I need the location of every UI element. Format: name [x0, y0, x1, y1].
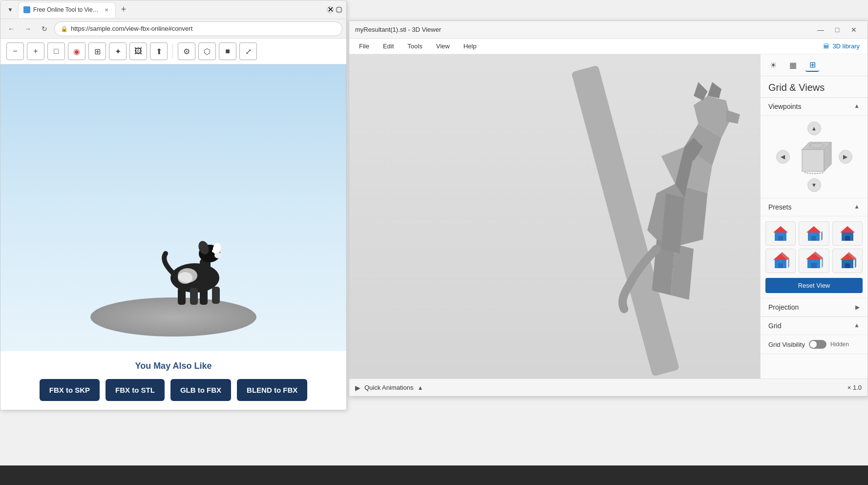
viewpoints-section-header[interactable]: Viewpoints ▼: [761, 98, 868, 116]
glb-to-fbx-btn[interactable]: GLB to FBX: [170, 379, 231, 401]
svg-marker-36: [821, 231, 823, 241]
preset-item-2[interactable]: [799, 221, 829, 246]
vp-right-arrow[interactable]: ▶: [839, 150, 852, 164]
address-bar[interactable]: 🔒 https://sample.com/view-fbx-online#con…: [54, 21, 342, 36]
forward-btn[interactable]: →: [21, 22, 35, 36]
grid-views-panel-icon[interactable]: ⊞: [805, 58, 819, 72]
browser-content: − + □ ◉ ⊞ ✦ 🖼 ⬆ ⚙ ⬡ ■ ⤢: [0, 39, 346, 410]
back-btn[interactable]: ←: [4, 22, 18, 36]
viewer-bottom-bar: ▶ Quick Animations ▲ × 1.0: [349, 379, 868, 396]
vp-up-arrow[interactable]: ▲: [807, 122, 821, 135]
viewer-window-title: myResultant(1).stl - 3D Viewer: [355, 26, 813, 33]
svg-marker-43: [788, 258, 789, 268]
tab-close-btn[interactable]: ✕: [103, 6, 110, 14]
color-btn[interactable]: ◉: [68, 42, 85, 60]
svg-marker-18: [726, 110, 740, 124]
grid-visibility-label: Grid Visibility: [768, 341, 805, 348]
svg-point-12: [178, 272, 192, 284]
viewer-minimize-btn[interactable]: —: [813, 23, 828, 37]
fbx-to-stl-btn[interactable]: FBX to STL: [106, 379, 165, 401]
also-like-section: You May Also Like FBX to SKP FBX to STL …: [0, 351, 346, 410]
grid-hidden-label: Hidden: [830, 341, 849, 348]
also-like-title: You May Also Like: [135, 361, 212, 371]
light-btn[interactable]: ✦: [109, 42, 127, 60]
sun-panel-icon[interactable]: ☀: [766, 58, 780, 72]
frame-btn[interactable]: □: [47, 42, 65, 60]
presets-content: Reset View: [761, 216, 868, 298]
preset-item-1[interactable]: [765, 221, 796, 246]
view-cube[interactable]: [795, 137, 834, 176]
svg-marker-37: [840, 226, 855, 232]
grid-section: Grid ▼ Grid Visibility Hidden: [761, 317, 868, 354]
preset-item-5[interactable]: [799, 249, 829, 273]
zoom-out-btn[interactable]: −: [6, 42, 24, 60]
preset-item-3[interactable]: [832, 221, 863, 246]
preset-item-6[interactable]: [832, 249, 863, 273]
svg-point-5: [212, 250, 215, 253]
house-icon-6: [838, 251, 857, 271]
3d-scene-container[interactable]: [0, 64, 346, 351]
tab-title: Free Online Tool to View 3D F8...: [33, 6, 100, 13]
blend-to-fbx-btn[interactable]: BLEND to FBX: [237, 379, 307, 401]
browser-maximize-btn[interactable]: □: [336, 6, 342, 13]
grid-visibility-row: Grid Visibility Hidden: [768, 340, 860, 349]
refresh-btn[interactable]: ↻: [38, 22, 51, 36]
menu-view[interactable]: View: [430, 41, 456, 52]
library-btn[interactable]: 🏛 3D library: [819, 41, 864, 52]
preset-item-4[interactable]: [765, 249, 796, 273]
grid-section-header[interactable]: Grid ▼: [761, 317, 868, 335]
grid2-panel-icon[interactable]: ▦: [786, 58, 800, 72]
viewer-maximize-btn[interactable]: □: [829, 23, 845, 37]
menu-edit[interactable]: Edit: [377, 41, 400, 52]
tab-favicon-icon: [23, 6, 30, 13]
toolbar-separator: [172, 44, 173, 59]
grid-visibility-toggle[interactable]: [809, 340, 826, 349]
viewer-close-btn[interactable]: ✕: [846, 23, 862, 37]
grid-label: Grid: [768, 322, 854, 330]
library-label: 3D library: [832, 42, 860, 50]
menu-file[interactable]: File: [353, 41, 375, 52]
svg-rect-35: [811, 236, 816, 241]
new-tab-btn[interactable]: +: [117, 3, 130, 17]
address-text: https://sample.com/view-fbx-online#conve…: [71, 25, 192, 32]
house-icon-2: [804, 224, 824, 243]
projection-section-header[interactable]: Projection ▶: [761, 298, 868, 316]
browser-titlebar: ▼ Free Online Tool to View 3D F8... ✕ + …: [0, 0, 346, 19]
viewer-toolbar: − + □ ◉ ⊞ ✦ 🖼 ⬆ ⚙ ⬡ ■ ⤢: [0, 39, 346, 64]
viewer-menubar: File Edit Tools View Help 🏛 3D library: [349, 39, 868, 54]
house-icon-4: [771, 251, 790, 271]
panel-section-title: Grid & Views: [761, 76, 868, 98]
svg-rect-8: [190, 288, 198, 305]
svg-marker-20: [708, 82, 721, 98]
menu-tools[interactable]: Tools: [402, 41, 428, 52]
grid-btn[interactable]: ⊞: [88, 42, 106, 60]
fullscreen-btn[interactable]: ⤢: [239, 42, 257, 60]
zoom-in-btn[interactable]: +: [27, 42, 44, 60]
vp-left-arrow[interactable]: ◀: [776, 150, 790, 164]
viewpoints-label: Viewpoints: [768, 103, 854, 110]
browser-tab[interactable]: Free Online Tool to View 3D F8... ✕: [18, 2, 116, 18]
vp-down-arrow[interactable]: ▼: [807, 178, 821, 192]
svg-marker-48: [822, 258, 823, 268]
cube-view-btn[interactable]: ⬡: [198, 42, 216, 60]
quick-animations-chevron[interactable]: ▲: [417, 384, 423, 391]
settings-btn[interactable]: ⚙: [178, 42, 195, 60]
svg-rect-7: [178, 288, 186, 305]
reset-view-btn[interactable]: Reset View: [765, 278, 863, 293]
tab-dropdown-btn[interactable]: ▼: [4, 4, 16, 16]
projection-label: Projection: [768, 303, 855, 311]
image-btn[interactable]: 🖼: [129, 42, 147, 60]
3d-canvas-area[interactable]: [349, 54, 760, 379]
svg-marker-30: [773, 226, 788, 232]
menu-help[interactable]: Help: [458, 41, 483, 52]
cube-solid-btn[interactable]: ■: [219, 42, 236, 60]
svg-rect-52: [845, 263, 850, 268]
dog-figure: [141, 214, 249, 322]
animation-speed-label: × 1.0: [847, 384, 862, 391]
presets-section-header[interactable]: Presets ▼: [761, 198, 868, 216]
taskbar: [0, 465, 868, 485]
fbx-to-skp-btn[interactable]: FBX to SKP: [40, 379, 100, 401]
upload-btn[interactable]: ⬆: [150, 42, 168, 60]
presets-grid: [765, 221, 863, 273]
browser-close-btn[interactable]: ✕: [327, 6, 334, 13]
